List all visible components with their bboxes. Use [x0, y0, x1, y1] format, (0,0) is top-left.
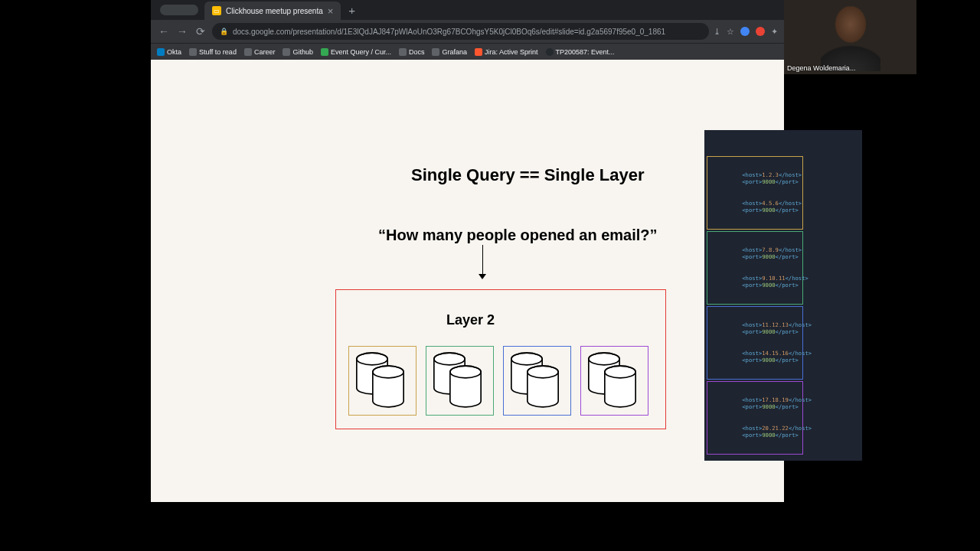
bookmark-jira[interactable]: Jira: Active Sprint: [475, 48, 538, 56]
extension-1-icon[interactable]: [740, 27, 750, 36]
slide-question: “How many people opened an email?”: [378, 227, 658, 244]
extensions-icon[interactable]: ✦: [771, 27, 778, 37]
webcam-name: Degena Woldemaria...: [787, 64, 855, 72]
slide-title: Single Query == Single Layer: [411, 165, 644, 185]
webcam-person: [821, 6, 880, 71]
webcam-overlay: Degena Woldemaria...: [784, 0, 916, 74]
bookmark-docs[interactable]: Docs: [399, 48, 425, 56]
close-icon[interactable]: ×: [328, 5, 334, 17]
bookmark-tp[interactable]: TP200587: Event...: [546, 48, 615, 56]
bookmark-grafana[interactable]: Grafana: [432, 48, 467, 56]
window-controls[interactable]: [160, 5, 198, 15]
shard-3: [503, 346, 571, 416]
bookmark-event[interactable]: Event Query / Cur...: [321, 48, 391, 56]
shard-4: [580, 346, 648, 416]
lock-icon: 🔒: [220, 28, 228, 35]
shard-group: [348, 346, 648, 416]
bookmark-career[interactable]: Career: [244, 48, 276, 56]
content-area: Single Query == Single Layer “How many p…: [151, 60, 784, 551]
xml-config-panel: <host>1.2.3</host> <port>9000</port> <ho…: [704, 130, 862, 461]
address-bar[interactable]: 🔒 docs.google.com/presentation/d/1E3lQdJ…: [212, 23, 709, 40]
bookmark-stuff[interactable]: Stuff to read: [189, 48, 237, 56]
browser-tab[interactable]: ▭ Clickhouse meetup presenta ×: [204, 2, 341, 20]
url-text: docs.google.com/presentation/d/1E3lQdJAJ…: [233, 28, 665, 36]
presentation-slide: Single Query == Single Layer “How many p…: [151, 60, 784, 502]
back-button[interactable]: ←: [157, 25, 171, 37]
extension-2-icon[interactable]: [756, 27, 765, 36]
shard-2: [426, 346, 494, 416]
slides-icon: ▭: [212, 6, 221, 15]
bookmark-github[interactable]: Github: [283, 48, 313, 56]
bookmarks-bar: Okta Stuff to read Career Github Event Q…: [151, 43, 784, 60]
tab-title: Clickhouse meetup presenta: [226, 7, 323, 15]
browser-window: ▭ Clickhouse meetup presenta × + ← → ⟳ 🔒…: [151, 0, 784, 551]
star-icon[interactable]: ☆: [727, 27, 734, 37]
new-tab-button[interactable]: +: [341, 4, 363, 17]
address-actions: ⤓ ☆ ✦: [714, 27, 778, 37]
mouse-cursor-icon: ◣: [905, 377, 912, 388]
tab-bar: ▭ Clickhouse meetup presenta × +: [151, 0, 784, 20]
layer-label: Layer 2: [446, 312, 495, 328]
forward-button[interactable]: →: [175, 25, 189, 37]
reload-button[interactable]: ⟳: [194, 25, 207, 37]
address-bar-row: ← → ⟳ 🔒 docs.google.com/presentation/d/1…: [151, 20, 784, 43]
arrow-icon: [480, 245, 486, 282]
bookmark-okta[interactable]: Okta: [157, 48, 181, 56]
install-icon[interactable]: ⤓: [714, 27, 720, 37]
shard-1: [348, 346, 416, 416]
